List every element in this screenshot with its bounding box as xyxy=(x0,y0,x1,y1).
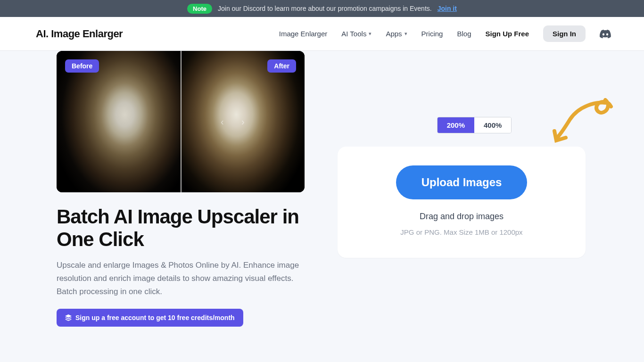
nav-ai-tools[interactable]: AI Tools ▾ xyxy=(341,30,372,38)
slider-prev-icon[interactable]: ‹ xyxy=(221,116,224,127)
hero-title: Batch AI Image Upscaler in One Click xyxy=(57,206,305,251)
main-content: Before After ‹ › Batch AI Image Upscaler… xyxy=(0,51,644,327)
upload-images-button[interactable]: Upload Images xyxy=(396,165,528,199)
left-column: Before After ‹ › Batch AI Image Upscaler… xyxy=(57,51,305,327)
brand-logo[interactable]: AI. Image Enlarger xyxy=(36,28,123,40)
nav-blog[interactable]: Blog xyxy=(457,30,471,38)
upload-card[interactable]: Upload Images Drag and drop images JPG o… xyxy=(338,147,586,258)
notice-bar: Note Join our Discord to learn more abou… xyxy=(0,0,644,17)
cta-label: Sign up a free account to get 10 free cr… xyxy=(75,314,235,321)
after-badge: After xyxy=(267,59,296,73)
nav-pricing[interactable]: Pricing xyxy=(421,30,443,38)
note-badge: Note xyxy=(187,4,212,14)
drag-drop-text: Drag and drop images xyxy=(352,212,571,222)
zoom-toggle: 200% 400% xyxy=(437,117,512,133)
notice-join-link[interactable]: Join it xyxy=(438,5,457,12)
before-badge: Before xyxy=(65,59,99,73)
chevron-down-icon: ▾ xyxy=(405,31,407,37)
right-column: 200% 400% Upload Images Drag and drop im… xyxy=(338,51,611,327)
zoom-200-option[interactable]: 200% xyxy=(438,117,474,133)
slider-divider[interactable] xyxy=(181,51,182,192)
zoom-400-option[interactable]: 400% xyxy=(474,117,511,133)
hero-description: Upscale and enlarge Images & Photos Onli… xyxy=(57,259,305,298)
signin-button[interactable]: Sign In xyxy=(543,25,586,42)
nav-ai-tools-label: AI Tools xyxy=(341,30,366,38)
nav-items: Image Enlarger AI Tools ▾ Apps ▾ Pricing… xyxy=(279,25,611,42)
signup-free-link[interactable]: Sign Up Free xyxy=(485,30,529,38)
upload-hint-text: JPG or PNG. Max Size 1MB or 1200px xyxy=(352,228,571,236)
navbar: AI. Image Enlarger Image Enlarger AI Too… xyxy=(0,17,644,51)
signup-credits-button[interactable]: Sign up a free account to get 10 free cr… xyxy=(57,309,243,327)
arrow-swoosh-icon xyxy=(550,98,616,150)
chevron-down-icon: ▾ xyxy=(369,31,372,37)
notice-text: Join our Discord to learn more about our… xyxy=(218,5,432,12)
nav-apps-label: Apps xyxy=(386,30,402,38)
nav-image-enlarger[interactable]: Image Enlarger xyxy=(279,30,328,38)
nav-apps[interactable]: Apps ▾ xyxy=(386,30,407,38)
slider-next-icon[interactable]: › xyxy=(241,116,245,127)
discord-icon[interactable] xyxy=(600,30,611,38)
before-after-slider[interactable]: Before After ‹ › xyxy=(57,51,305,192)
layers-icon xyxy=(65,314,72,321)
